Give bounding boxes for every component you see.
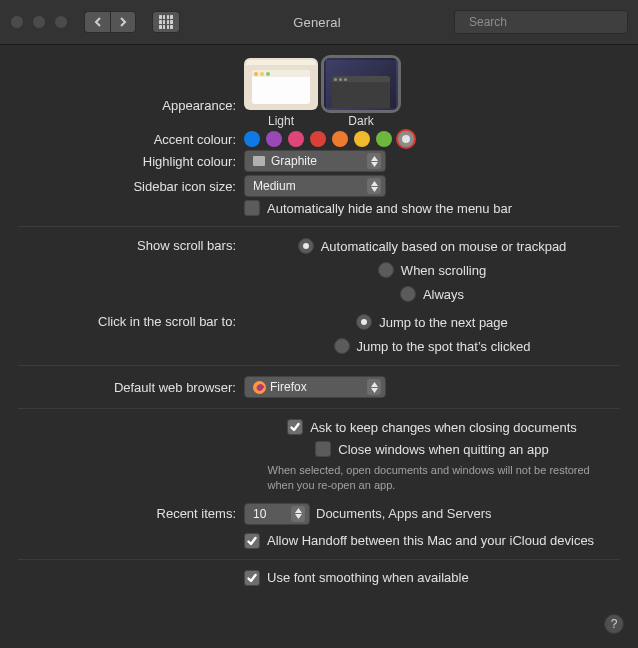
close-windows-hint: When selected, open documents and window… xyxy=(247,463,618,493)
close-windows-quit-checkbox[interactable]: Close windows when quitting an app xyxy=(315,441,548,457)
checkbox-icon xyxy=(244,200,260,216)
svg-point-0 xyxy=(461,22,462,23)
svg-marker-6 xyxy=(371,382,378,387)
close-icon[interactable] xyxy=(10,15,24,29)
help-icon: ? xyxy=(611,617,618,631)
show-scrollbars-label: Show scroll bars: xyxy=(18,237,244,253)
checkbox-icon xyxy=(244,533,260,549)
default-browser-label: Default web browser: xyxy=(18,380,244,395)
highlight-swatch-icon xyxy=(253,156,265,166)
highlight-colour-value: Graphite xyxy=(271,154,317,168)
select-stepper-icon xyxy=(367,379,381,395)
sidebar-icon-size-label: Sidebar icon size: xyxy=(18,179,244,194)
separator xyxy=(18,408,620,409)
accent-green[interactable] xyxy=(376,131,392,147)
appearance-label: Appearance: xyxy=(18,58,244,113)
accent-yellow[interactable] xyxy=(354,131,370,147)
separator xyxy=(18,559,620,560)
accent-orange[interactable] xyxy=(332,131,348,147)
scrollclick-spot-radio[interactable]: Jump to the spot that’s clicked xyxy=(334,337,531,355)
svg-marker-8 xyxy=(295,508,302,513)
radio-icon xyxy=(400,286,416,302)
radio-icon xyxy=(334,338,350,354)
accent-blue[interactable] xyxy=(244,131,260,147)
accent-pink[interactable] xyxy=(288,131,304,147)
separator xyxy=(18,365,620,366)
scrollbars-auto-radio[interactable]: Automatically based on mouse or trackpad xyxy=(298,237,567,255)
checkbox-icon xyxy=(315,441,331,457)
accent-graphite[interactable] xyxy=(398,131,414,147)
appearance-light-caption: Light xyxy=(268,114,294,128)
svg-marker-3 xyxy=(371,162,378,167)
sidebar-icon-size-value: Medium xyxy=(253,179,296,193)
back-button[interactable] xyxy=(84,11,110,33)
checkbox-icon xyxy=(287,419,303,435)
accent-colour-label: Accent colour: xyxy=(18,132,244,147)
window-controls xyxy=(10,15,68,29)
titlebar: General xyxy=(0,0,638,45)
font-smoothing-checkbox[interactable]: Use font smoothing when available xyxy=(244,570,469,586)
minimize-icon[interactable] xyxy=(32,15,46,29)
general-prefs-window: General Appearance: Light Dark Accent co… xyxy=(0,0,638,648)
allow-handoff-checkbox[interactable]: Allow Handoff between this Mac and your … xyxy=(244,533,594,549)
recent-items-select[interactable]: 10 xyxy=(244,503,310,525)
scrollbars-scrolling-radio[interactable]: When scrolling xyxy=(378,261,486,279)
highlight-colour-select[interactable]: Graphite xyxy=(244,150,386,172)
accent-swatches xyxy=(244,131,620,147)
appearance-dark-caption: Dark xyxy=(348,114,373,128)
zoom-icon[interactable] xyxy=(54,15,68,29)
scrollbars-always-radio[interactable]: Always xyxy=(400,285,464,303)
radio-icon xyxy=(378,262,394,278)
svg-marker-9 xyxy=(295,514,302,519)
highlight-colour-label: Highlight colour: xyxy=(18,154,244,169)
default-browser-select[interactable]: Firefox xyxy=(244,376,386,398)
appearance-option-dark[interactable] xyxy=(324,58,398,110)
appearance-option-light[interactable] xyxy=(244,58,318,110)
forward-button[interactable] xyxy=(110,11,136,33)
select-stepper-icon xyxy=(367,153,381,169)
ask-keep-changes-checkbox[interactable]: Ask to keep changes when closing documen… xyxy=(287,419,577,435)
recent-items-suffix: Documents, Apps and Servers xyxy=(316,506,492,521)
window-title: General xyxy=(188,15,446,30)
auto-hide-menubar-label: Automatically hide and show the menu bar xyxy=(267,201,512,216)
recent-items-label: Recent items: xyxy=(18,506,244,521)
search-input[interactable] xyxy=(467,14,621,30)
radio-icon xyxy=(298,238,314,254)
svg-marker-5 xyxy=(371,187,378,192)
accent-red[interactable] xyxy=(310,131,326,147)
svg-marker-4 xyxy=(371,181,378,186)
checkbox-icon xyxy=(244,570,260,586)
click-scrollbar-label: Click in the scroll bar to: xyxy=(18,313,244,329)
select-stepper-icon xyxy=(291,506,305,522)
auto-hide-menubar-checkbox[interactable]: Automatically hide and show the menu bar xyxy=(244,200,512,216)
svg-marker-2 xyxy=(371,156,378,161)
sidebar-icon-size-select[interactable]: Medium xyxy=(244,175,386,197)
radio-icon xyxy=(356,314,372,330)
search-icon xyxy=(461,16,462,28)
default-browser-value: Firefox xyxy=(270,380,307,394)
scrollclick-nextpage-radio[interactable]: Jump to the next page xyxy=(356,313,508,331)
recent-items-value: 10 xyxy=(253,507,266,521)
show-all-button[interactable] xyxy=(152,11,180,33)
search-field[interactable] xyxy=(454,10,628,34)
svg-marker-7 xyxy=(371,388,378,393)
firefox-icon xyxy=(253,381,266,394)
help-button[interactable]: ? xyxy=(604,614,624,634)
select-stepper-icon xyxy=(367,178,381,194)
separator xyxy=(18,226,620,227)
nav-segmented xyxy=(84,11,136,33)
accent-purple[interactable] xyxy=(266,131,282,147)
grid-icon xyxy=(159,15,173,29)
